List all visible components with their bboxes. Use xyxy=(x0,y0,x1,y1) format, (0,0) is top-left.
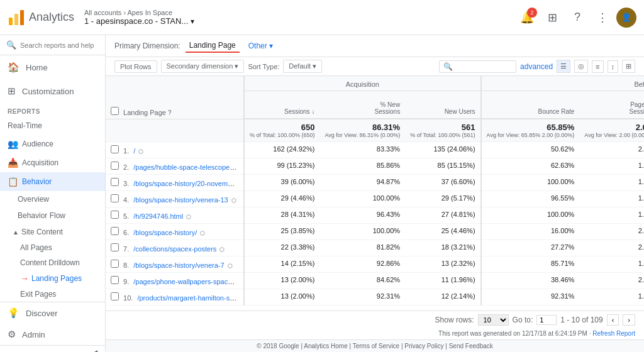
view-perf-icon[interactable]: ≡ xyxy=(592,60,603,73)
advanced-link[interactable]: advanced xyxy=(520,62,553,71)
external-link-icon[interactable]: ⬡ xyxy=(138,148,143,155)
cell-bounce-rate: 38.46% xyxy=(481,273,580,289)
table-search-input[interactable] xyxy=(455,63,512,70)
row-checkbox[interactable] xyxy=(111,243,119,251)
page-link[interactable]: /blogs/space-history/venera-7 xyxy=(133,261,224,269)
sort-type-button[interactable]: Default ▾ xyxy=(283,60,322,73)
cell-pages-session: 1.00 xyxy=(579,207,644,224)
row-checkbox[interactable] xyxy=(111,211,119,219)
more-button[interactable]: ⋮ xyxy=(591,6,614,29)
cell-landing-page: 7. /collections/spacex-posters ⬡ xyxy=(106,240,244,256)
page-link[interactable]: /blogs/space-history/20-november-1998-za… xyxy=(133,180,244,187)
sidebar-item-discover[interactable]: 💡 Discover xyxy=(0,302,105,324)
cell-pct-new: 100.00% xyxy=(319,191,405,207)
cell-new-users: 37 (6.60%) xyxy=(405,175,480,191)
sidebar-item-acquisition[interactable]: 📥 Acquisition xyxy=(0,153,105,172)
sidebar-home-label: Home xyxy=(26,63,48,72)
sidebar-collapse-button[interactable]: ◀ xyxy=(0,345,105,352)
col-new-users[interactable]: New Users xyxy=(405,91,480,119)
breadcrumb-area: All accounts › Apes In Space 1 - apesins… xyxy=(84,9,516,26)
external-link-icon[interactable]: ⬡ xyxy=(235,279,240,285)
acquisition-icon: 📥 xyxy=(8,158,18,168)
prev-page-button[interactable]: ‹ xyxy=(607,314,619,326)
table-row: 1. / ⬡ 162 (24.92%) 83.33% 135 (24.06%) … xyxy=(106,142,644,158)
page-link[interactable]: /h/9294746.html xyxy=(133,212,183,220)
external-link-icon[interactable]: ⬡ xyxy=(219,246,225,253)
dim-tab-landing-page[interactable]: Landing Page xyxy=(186,39,240,53)
sidebar-item-realtime[interactable]: Real-Time xyxy=(0,117,105,135)
sidebar-item-audience[interactable]: 👥 Audience xyxy=(0,135,105,153)
sidebar-sub-item-behavior-flow[interactable]: Behavior Flow xyxy=(0,207,105,224)
sidebar-sub-item-exit-pages[interactable]: Exit Pages xyxy=(0,287,105,302)
table-row: 8. /blogs/space-history/venera-7 ⬡ 14 (2… xyxy=(106,256,644,273)
col-group-landing-page: Landing Page ? xyxy=(106,76,244,119)
view-comparison-icon[interactable]: ↕ xyxy=(608,60,619,73)
plot-rows-button[interactable]: Plot Rows xyxy=(114,60,157,73)
external-link-icon[interactable]: ⬡ xyxy=(231,197,236,204)
row-checkbox[interactable] xyxy=(111,194,119,202)
view-data-icon[interactable]: ☰ xyxy=(557,60,570,73)
sidebar-search-input[interactable] xyxy=(20,41,99,49)
table-row: 5. /h/9294746.html ⬡ 28 (4.31%) 96.43% 2… xyxy=(106,207,644,224)
cell-bounce-rate: 100.00% xyxy=(481,207,580,224)
col-pct-new-sessions[interactable]: % NewSessions xyxy=(319,91,405,119)
sidebar-sub-item-landing-pages[interactable]: → Landing Pages xyxy=(0,270,105,287)
cell-landing-page: 1. / ⬡ xyxy=(106,142,244,158)
row-checkbox[interactable] xyxy=(111,162,119,170)
sidebar-sub-item-overview[interactable]: Overview xyxy=(0,191,105,207)
goto-input[interactable] xyxy=(536,315,557,325)
cell-new-users: 27 (4.81%) xyxy=(405,207,480,224)
page-link[interactable]: /pages/phone-wallpapers-space xyxy=(133,278,235,285)
col-sessions[interactable]: Sessions ↓ xyxy=(244,91,319,119)
svg-rect-2 xyxy=(20,10,24,25)
page-link[interactable]: /pages/hubble-space-telescope-phone-wall… xyxy=(133,163,244,171)
select-all-checkbox[interactable] xyxy=(111,107,119,115)
sidebar-item-customization[interactable]: ⊞ Customization xyxy=(0,79,105,103)
row-checkbox[interactable] xyxy=(111,292,119,300)
refresh-report-link[interactable]: Refresh Report xyxy=(592,330,635,337)
external-link-icon[interactable]: ⬡ xyxy=(200,230,205,236)
cell-new-users: 18 (3.21%) xyxy=(405,240,480,256)
page-link[interactable]: /blogs/space-history/ xyxy=(133,229,197,236)
row-checkbox[interactable] xyxy=(111,178,119,186)
page-link[interactable]: /products/margaret-hamilton-source-code-… xyxy=(137,294,244,302)
col-bounce-rate[interactable]: Bounce Rate xyxy=(481,91,580,119)
cell-bounce-rate: 27.27% xyxy=(481,240,580,256)
show-rows-select[interactable]: 10 25 50 100 xyxy=(478,314,509,326)
row-checkbox[interactable] xyxy=(111,227,119,235)
avatar[interactable]: 👤 xyxy=(616,8,636,28)
notifications-button[interactable]: 🔔 2 xyxy=(516,6,538,29)
external-link-icon[interactable]: ⬡ xyxy=(186,214,191,220)
apps-button[interactable]: ⊞ xyxy=(541,6,564,29)
sidebar-item-admin[interactable]: ⚙ Admin xyxy=(0,324,105,345)
cell-pages-session: 2.82 xyxy=(579,240,644,256)
cell-landing-page: 2. /pages/hubble-space-telescope-phone-w… xyxy=(106,158,244,175)
row-checkbox[interactable] xyxy=(111,276,119,284)
sidebar-sub-item-all-pages[interactable]: All Pages xyxy=(0,240,105,255)
page-link[interactable]: /collections/spacex-posters xyxy=(133,245,216,253)
next-page-button[interactable]: › xyxy=(623,314,635,326)
sidebar-item-behavior[interactable]: 📋 Behavior xyxy=(0,172,105,191)
page-footer: © 2018 Google | Analytics Home | Terms o… xyxy=(106,339,644,352)
view-pie-icon[interactable]: ◎ xyxy=(574,60,588,73)
cell-bounce-rate: 85.71% xyxy=(481,256,580,273)
col-pages-session[interactable]: Pages /Session xyxy=(579,91,644,119)
page-link[interactable]: /blogs/space-history/venera-13 xyxy=(133,196,228,204)
dropdown-arrow-icon: ▾ xyxy=(191,17,194,26)
external-link-icon[interactable]: ⬡ xyxy=(228,263,233,269)
row-checkbox[interactable] xyxy=(111,145,119,153)
cell-pages-session: 1.75 xyxy=(579,158,644,175)
sidebar-item-home[interactable]: 🏠 Home xyxy=(0,55,105,79)
account-selector[interactable]: 1 - apesinspace.co - STAN... ▾ xyxy=(84,16,516,26)
secondary-dimension-button[interactable]: Secondary dimension ▾ xyxy=(161,60,245,73)
header-icons: 🔔 2 ⊞ ? ⋮ 👤 xyxy=(516,6,636,29)
view-pivot-icon[interactable]: ⊞ xyxy=(622,60,635,73)
cell-new-users: 13 (2.32%) xyxy=(405,256,480,273)
help-button[interactable]: ? xyxy=(566,6,589,29)
page-link[interactable]: / xyxy=(133,147,135,155)
sidebar-sub-item-content-drilldown[interactable]: Content Drilldown xyxy=(0,255,105,270)
dim-tab-other[interactable]: Other ▾ xyxy=(245,40,277,52)
cell-sessions: 162 (24.92%) xyxy=(244,142,319,158)
sidebar-site-content-header[interactable]: ▲ Site Content xyxy=(0,224,105,240)
row-checkbox[interactable] xyxy=(111,260,119,268)
